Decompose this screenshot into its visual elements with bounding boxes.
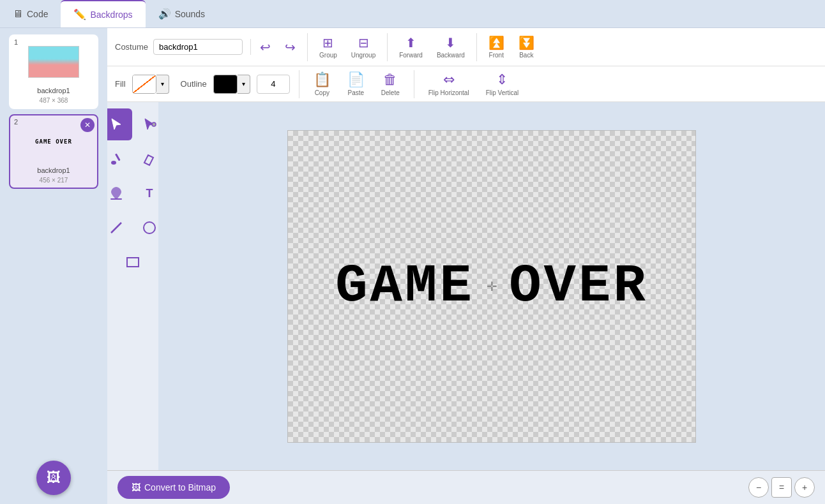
flip-v-button[interactable]: ⇕ Flip Vertical (481, 69, 524, 99)
select-tool-button[interactable] (107, 108, 132, 140)
tools-row-4 (107, 212, 165, 244)
code-icon: 🖥 (13, 8, 23, 20)
front-label: Front (489, 52, 504, 59)
add-backdrop-button[interactable]: 🖼 (36, 461, 71, 495)
canvas-inner: GAME OVER ✛ (287, 130, 696, 443)
tab-code-label: Code (27, 9, 48, 19)
rectangle-icon (125, 255, 140, 270)
tab-sounds[interactable]: 🔊 Sounds (146, 0, 218, 27)
tab-code[interactable]: 🖥 Code (0, 0, 61, 27)
costume-name-input[interactable] (153, 39, 243, 55)
redo-button[interactable]: ↪ (280, 37, 301, 57)
main-area: 1 backdrop1 487 × 368 2 ✕ GAME OVER back… (0, 28, 825, 504)
back-button[interactable]: ⏬ Back (513, 33, 540, 61)
drawing-tools-panel: T (107, 102, 158, 470)
forward-label: Forward (399, 52, 423, 59)
costume-label: Costume (115, 42, 148, 52)
costume-number-2: 2 (14, 118, 18, 126)
convert-label: Convert to Bitmap (144, 482, 216, 493)
ungroup-button[interactable]: ⊟ Ungroup (346, 33, 381, 61)
delete-button[interactable]: 🗑 Delete (376, 69, 405, 99)
zoom-out-button[interactable]: − (748, 477, 769, 498)
divider-2 (387, 33, 388, 61)
delete-label: Delete (381, 89, 400, 96)
cursor-icon (109, 117, 124, 132)
backward-label: Backward (437, 52, 465, 59)
paste-button[interactable]: 📄 Paste (342, 69, 370, 99)
divider-del (414, 70, 414, 98)
costume-thumb-2: GAME OVER (19, 119, 89, 164)
flip-h-button[interactable]: ⇔ Flip Horizontal (423, 69, 474, 99)
costume-thumb-text: GAME OVER (33, 136, 75, 147)
outline-dropdown[interactable]: ▾ (238, 75, 250, 94)
tab-backdrops-label: Backdrops (90, 10, 132, 20)
svg-rect-7 (127, 258, 139, 267)
zoom-fit-icon: = (779, 482, 784, 493)
divider-3 (476, 33, 477, 61)
tab-backdrops[interactable]: ✏️ Backdrops (61, 0, 145, 27)
convert-to-bitmap-button[interactable]: 🖼 Convert to Bitmap (117, 476, 230, 499)
front-button[interactable]: ⏫ Front (483, 33, 510, 61)
group-label: Group (319, 52, 337, 59)
copy-button[interactable]: 📋 Copy (308, 69, 336, 99)
copy-label: Copy (315, 89, 329, 96)
backdrops-icon: ✏️ (73, 8, 86, 20)
fill-dropdown[interactable]: ▾ (156, 75, 169, 94)
costume-label-2: backdrop1 (37, 167, 70, 174)
svg-rect-4 (110, 198, 122, 200)
svg-line-5 (111, 223, 121, 233)
fill-outline-toolbar: Fill ▾ Outline ▾ 📋 Copy 📄 (107, 66, 825, 102)
svg-point-6 (144, 222, 155, 233)
sounds-icon: 🔊 (158, 8, 171, 20)
costume-name-section: Costume (115, 39, 251, 55)
fill-icon (109, 186, 124, 201)
forward-button[interactable]: ⬆ Forward (394, 33, 428, 61)
costume-delete-button-2[interactable]: ✕ (80, 118, 95, 132)
front-icon: ⏫ (488, 35, 504, 50)
divider-fill (299, 70, 299, 98)
tools-row-5 (117, 246, 149, 278)
costume-item-2[interactable]: 2 ✕ GAME OVER backdrop1 456 × 217 (9, 114, 98, 189)
zoom-fit-button[interactable]: = (771, 477, 792, 498)
flip-h-label: Flip Horizontal (428, 89, 469, 96)
zoom-out-icon: − (756, 482, 761, 493)
flip-v-icon: ⇕ (496, 71, 508, 88)
divider-1 (307, 33, 308, 61)
fill-swatch[interactable] (132, 75, 156, 94)
undo-button[interactable]: ↩ (255, 37, 276, 57)
backward-button[interactable]: ⬇ Backward (432, 33, 470, 61)
bottom-toolbar: 🖼 Convert to Bitmap − = + (107, 470, 825, 504)
ungroup-icon: ⊟ (358, 35, 369, 50)
zoom-in-button[interactable]: + (794, 477, 815, 498)
brush-icon (109, 151, 124, 167)
svg-rect-2 (115, 154, 121, 161)
forward-icon: ⬆ (405, 35, 416, 50)
zoom-in-icon: + (802, 482, 807, 493)
costume-thumb-1 (19, 40, 89, 84)
outline-label: Outline (181, 79, 207, 89)
line-tool-button[interactable] (107, 212, 132, 244)
fill-control: ▾ (132, 75, 169, 94)
costume-thumb-gradient (28, 46, 79, 78)
circle-icon (142, 220, 157, 235)
undo-icon: ↩ (260, 40, 271, 55)
svg-point-0 (152, 122, 156, 126)
outline-value-input[interactable] (257, 75, 290, 94)
flip-v-label: Flip Vertical (486, 89, 519, 96)
delete-icon: 🗑 (383, 71, 397, 88)
backward-icon: ⬇ (445, 35, 456, 50)
outline-swatch[interactable] (213, 75, 238, 94)
fill-tool-button[interactable] (107, 177, 132, 209)
canvas-area[interactable]: GAME OVER ✛ (158, 102, 825, 470)
outline-control: ▾ (213, 75, 250, 94)
group-button[interactable]: ⊞ Group (314, 33, 342, 61)
brush-tool-button[interactable] (107, 143, 132, 175)
paste-label: Paste (348, 89, 365, 96)
svg-point-1 (111, 161, 116, 165)
ungroup-label: Ungroup (351, 52, 375, 59)
rectangle-tool-button[interactable] (117, 246, 149, 278)
costume-item-1[interactable]: 1 backdrop1 487 × 368 (9, 34, 98, 109)
redo-icon: ↪ (285, 40, 296, 55)
back-icon: ⏬ (518, 35, 534, 50)
flip-h-icon: ⇔ (443, 71, 455, 88)
